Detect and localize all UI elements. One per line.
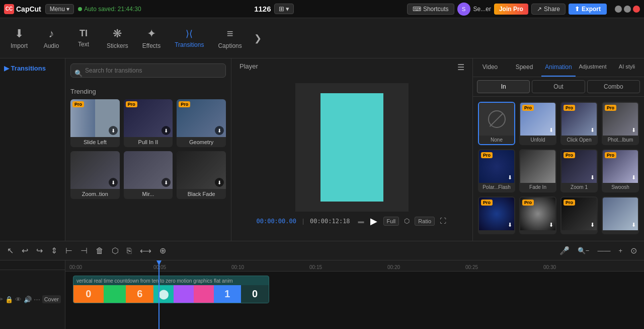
trim-left-button[interactable]: ⊢	[62, 244, 75, 257]
crop-button[interactable]: ⬡	[402, 216, 412, 226]
tool-import[interactable]: ⬇ Import	[4, 24, 34, 52]
redo-button[interactable]: ↪	[33, 244, 46, 257]
pro-badge: Pro	[605, 105, 616, 111]
transition-card-slide-left[interactable]: Pro ⬇ Slide Left	[70, 99, 120, 147]
animation-photo-album[interactable]: Pro ⬇ Phot...lbum	[602, 102, 639, 145]
search-input[interactable]	[70, 63, 226, 78]
subtab-out[interactable]: Out	[532, 80, 585, 93]
ratio-button[interactable]: Ratio	[415, 217, 435, 226]
zoom-label: Zoom..tion	[70, 189, 120, 199]
avatar: S	[457, 3, 470, 16]
timeline-tracks: ✏ 🔒 👁 🔊 ⋯ Cover 00:00 00:05 00:10 00:15 …	[0, 260, 644, 329]
shield-button[interactable]: ⬡	[109, 244, 122, 257]
tab-animation[interactable]: Animation	[541, 58, 576, 77]
track-visibility-button[interactable]: 👁	[15, 296, 22, 303]
animation-swoosh[interactable]: Pro ⬇ Swoosh	[602, 149, 639, 192]
track-area: 00:00 00:05 00:10 00:15 00:20 00:25 00:3…	[65, 260, 644, 329]
join-pro-button[interactable]: Join Pro	[494, 4, 528, 15]
user-name: Se...er	[473, 6, 491, 13]
animation-zoom-1[interactable]: Pro ⬇ Zoom 1	[560, 149, 598, 192]
video-clip[interactable]: vertical real time countdown from ten to…	[73, 276, 269, 303]
export-button[interactable]: ⬆ Export	[569, 4, 607, 15]
tool-captions[interactable]: ≡ Captions	[212, 24, 248, 52]
animation-unfold[interactable]: Pro ⬇ Unfold	[519, 102, 556, 145]
fit-timeline[interactable]: ⊙	[627, 244, 640, 257]
main-content: ▶ Transitions 🔍 Trending Pro ⬇ Slide Lef…	[0, 58, 644, 241]
full-button[interactable]: Full	[383, 217, 399, 226]
track-lock-button[interactable]: 🔒	[5, 296, 13, 303]
animation-r2c3[interactable]: Pro ⬇	[560, 196, 598, 234]
trim-right-button[interactable]: ⊣	[77, 244, 91, 257]
menu-button[interactable]: Menu ▾	[45, 4, 74, 14]
track-more-button[interactable]: ⋯	[34, 296, 40, 303]
download-icon: ⬇	[109, 126, 118, 135]
player-menu-icon[interactable]: ☰	[457, 62, 464, 72]
zoom-out-timeline[interactable]: 🔍−	[575, 245, 593, 256]
animation-click-open[interactable]: Pro ⬇ Click Open	[560, 102, 598, 145]
delete-button[interactable]: 🗑	[93, 244, 107, 257]
transition-card-black-fade[interactable]: ⬇ Black Fade	[177, 151, 226, 199]
animation-fade-in[interactable]: Fade In	[519, 149, 556, 192]
transition-card-zoom[interactable]: ⬇ Zoom..tion	[70, 151, 120, 199]
pro-badge: Pro	[481, 152, 493, 158]
subtab-in[interactable]: In	[477, 80, 530, 93]
cover-label[interactable]: Cover	[42, 295, 61, 303]
transform-button[interactable]: ⊕	[156, 244, 169, 257]
animation-r2c2[interactable]: Pro ⬇	[519, 196, 556, 234]
zoom-timeline-slider[interactable]: ——	[594, 245, 613, 256]
zoom-in-timeline[interactable]: +	[615, 245, 625, 256]
undo-button[interactable]: ↩	[19, 244, 31, 257]
tab-ai-style[interactable]: AI styli	[610, 58, 644, 77]
toolbar-more-button[interactable]: ❯	[250, 29, 266, 48]
video-track: vertical real time countdown from ten to…	[73, 276, 269, 303]
split-button[interactable]: ⇕	[48, 244, 60, 257]
download-icon: ⬇	[508, 174, 512, 181]
tool-audio[interactable]: ♪ Audio	[36, 24, 66, 52]
select-tool-button[interactable]: ↖	[4, 244, 17, 257]
tool-transitions[interactable]: ⟩⟨ Transitions	[169, 25, 210, 51]
segment-7: 0	[241, 285, 269, 303]
ruler-mark-6: 00:30	[543, 265, 556, 270]
subtab-combo[interactable]: Combo	[587, 80, 640, 93]
transition-card-pull-in[interactable]: Pro ⬇ Pull In II	[124, 99, 173, 147]
clip-text: vertical real time countdown from ten to…	[73, 276, 269, 286]
tab-speed[interactable]: Speed	[507, 58, 541, 77]
tab-adjustment[interactable]: Adjustment	[576, 58, 610, 77]
pull-in-label: Pull In II	[124, 137, 173, 147]
tool-effects[interactable]: ✦ Effects	[136, 24, 167, 52]
transitions-section-header[interactable]: ▶ Transitions	[4, 62, 61, 74]
transition-card-geometry[interactable]: Pro ⬇ Geometry	[177, 99, 226, 147]
tool-text[interactable]: TI Text	[68, 25, 99, 51]
download-icon: ⬇	[590, 222, 595, 228]
fullscreen-button[interactable]: ⛶	[438, 216, 448, 226]
animation-polar-flash[interactable]: Pro ⬇ Polar...Flash	[478, 149, 515, 192]
maximize-button[interactable]	[624, 6, 631, 13]
pro-badge: Pro	[522, 105, 534, 111]
minimize-button[interactable]	[615, 6, 622, 13]
extend-button[interactable]: ⟷	[137, 244, 154, 257]
shortcuts-button[interactable]: ⌨ Shortcuts	[407, 4, 454, 15]
play-button[interactable]: ▶	[370, 216, 377, 227]
download-icon: ⬇	[109, 178, 118, 187]
mic-button[interactable]: 🎤	[556, 244, 573, 257]
time-current: 00:00:00.00	[257, 218, 296, 225]
r2c2-label	[520, 230, 555, 233]
time-total: 00:00:12:18	[310, 218, 350, 225]
animation-r2c4[interactable]: ⬇	[602, 196, 639, 234]
segment-5	[194, 285, 214, 303]
tab-video[interactable]: Video	[473, 58, 507, 77]
download-icon: ⬇	[215, 126, 224, 135]
track-audio-button[interactable]: 🔊	[24, 296, 32, 303]
share-button[interactable]: ↗ Share	[531, 4, 566, 15]
tool-stickers[interactable]: ❋ Stickers	[101, 24, 134, 52]
track-edit-button[interactable]: ✏	[0, 296, 3, 303]
copy-button[interactable]: ⎘	[124, 244, 135, 257]
import-icon: ⬇	[15, 27, 24, 40]
transition-card-mirror[interactable]: ⬇ Mir...	[124, 151, 173, 199]
animation-r2c1[interactable]: Pro ⬇	[478, 196, 515, 234]
download-icon: ⬇	[162, 178, 171, 187]
download-icon: ⬇	[590, 127, 595, 134]
close-button[interactable]	[633, 6, 640, 13]
animation-none[interactable]: None	[478, 102, 515, 145]
layout-button[interactable]: ⊞ ▾	[274, 4, 294, 14]
